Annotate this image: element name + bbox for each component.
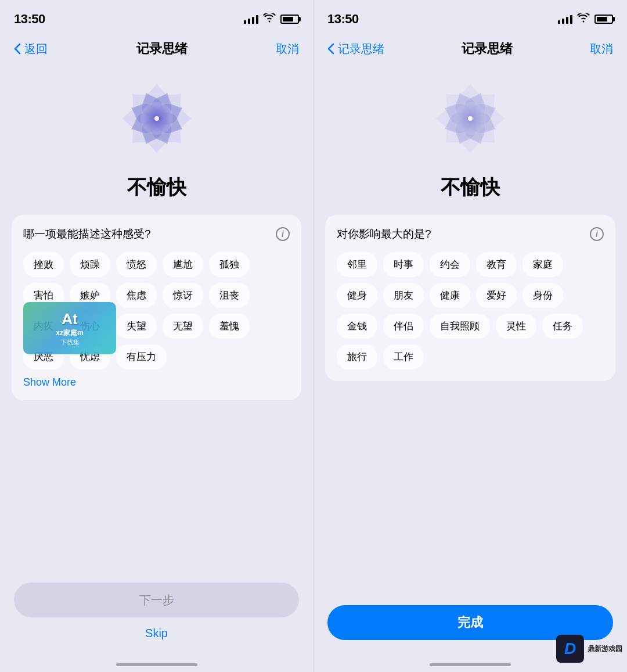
tag-jiating[interactable]: 家庭 [522,252,563,277]
content-right: 不愉快 对你影响最大的是? i 邻里 时事 约会 教育 家庭 健身 朋友 健康 … [314,66,627,596]
tag-gudu[interactable]: 孤独 [209,252,250,277]
status-time-left: 13:50 [14,12,45,27]
svg-point-3 [468,116,473,121]
tag-ziwozhaogu[interactable]: 自我照顾 [430,314,490,339]
question-header-right: 对你影响最大的是? i [337,227,604,242]
question-section-right: 对你影响最大的是? i 邻里 时事 约会 教育 家庭 健身 朋友 健康 爱好 身… [325,215,615,381]
back-label-right: 记录思绪 [338,41,384,57]
tag-pengyou[interactable]: 朋友 [383,283,424,308]
emotion-icon-left [110,72,203,165]
watermark-text-right: 鼎新游戏园 [588,644,622,654]
skip-button[interactable]: Skip [145,627,168,640]
status-icons-left [244,13,299,26]
nav-bar-right: 记录思绪 记录思绪 取消 [314,31,627,66]
info-icon-left[interactable]: i [276,227,290,241]
question-text-left: 哪一项最能描述这种感受? [23,227,151,242]
svg-point-1 [154,116,159,121]
tag-gongzuo[interactable]: 工作 [383,344,424,369]
tag-jinqian[interactable]: 金钱 [337,314,377,339]
back-label-left: 返回 [24,41,48,57]
tag-linli[interactable]: 邻里 [337,252,377,277]
wifi-icon-left [263,13,276,26]
tag-shiwang[interactable]: 失望 [116,314,157,339]
tag-youyali[interactable]: 有压力 [116,344,167,369]
status-bar-left: 13:50 [0,0,313,31]
bottom-area-left: 下一步 Skip [0,571,313,663]
tag-wuwang[interactable]: 无望 [163,314,203,339]
home-indicator-right [430,663,511,666]
emotion-label-right: 不愉快 [441,174,500,201]
next-button[interactable]: 下一步 [14,583,299,617]
tag-jusang[interactable]: 沮丧 [209,283,250,308]
xz-label: xz家庭m [56,328,83,338]
status-icons-right [558,13,613,26]
tags-grid-right: 邻里 时事 约会 教育 家庭 健身 朋友 健康 爱好 身份 金钱 伴侣 自我照顾… [337,252,604,369]
question-text-right: 对你影响最大的是? [337,227,431,242]
tag-xiukui[interactable]: 羞愧 [209,314,250,339]
tag-jiaolv[interactable]: 焦虑 [116,283,157,308]
home-indicator-left [116,663,197,666]
watermark-right: D 鼎新游戏园 [556,635,622,663]
tag-jianshen[interactable]: 健身 [337,283,377,308]
battery-icon-right [594,15,613,24]
emotion-label-left: 不愉快 [127,174,186,201]
tag-fanzao[interactable]: 烦躁 [70,252,110,277]
download-badge-left: At xz家庭m 下载集 [23,302,116,354]
tag-renwu[interactable]: 任务 [542,314,583,339]
nav-title-left: 记录思绪 [136,40,188,58]
tag-shishi[interactable]: 时事 [383,252,424,277]
status-time-right: 13:50 [327,12,359,27]
watermark-letter: D [564,639,576,658]
wifi-icon-right [577,13,590,26]
question-header-left: 哪一项最能描述这种感受? i [23,227,290,242]
at-text: At [62,310,77,328]
tag-lingxing[interactable]: 灵性 [496,314,536,339]
tag-banlv[interactable]: 伴侣 [383,314,424,339]
cancel-button-left[interactable]: 取消 [276,41,299,57]
nav-title-right: 记录思绪 [462,40,513,58]
status-bar-right: 13:50 [314,0,627,31]
right-screen: 13:50 记录思绪 记录思绪 取消 [314,0,627,672]
tag-jiankang[interactable]: 健康 [430,283,470,308]
cancel-button-right[interactable]: 取消 [590,41,613,57]
signal-icon-right [558,15,572,24]
watermark-site-name: 鼎新游戏园 [588,644,622,654]
tag-shenfen[interactable]: 身份 [522,283,563,308]
download-label: 下载集 [60,338,80,347]
battery-icon-left [280,15,299,24]
tag-aihao[interactable]: 爱好 [476,283,517,308]
tag-cuobai[interactable]: 挫败 [23,252,64,277]
tag-jingya[interactable]: 惊讶 [163,283,203,308]
nav-bar-left: 返回 记录思绪 取消 [0,31,313,66]
watermark-logo-right: D [556,635,584,663]
tag-ganga[interactable]: 尴尬 [163,252,203,277]
info-icon-right[interactable]: i [590,227,604,241]
tag-yuehui[interactable]: 约会 [430,252,470,277]
left-screen: 13:50 返回 记录思绪 取消 [0,0,314,672]
tag-jiaoyu[interactable]: 教育 [476,252,517,277]
tag-lvxing[interactable]: 旅行 [337,344,377,369]
signal-icon-left [244,15,258,24]
tag-fennu[interactable]: 愤怒 [116,252,157,277]
back-button-right[interactable]: 记录思绪 [327,41,384,57]
show-more-button[interactable]: Show More [23,376,290,389]
emotion-icon-right [424,72,517,165]
back-button-left[interactable]: 返回 [14,41,48,57]
